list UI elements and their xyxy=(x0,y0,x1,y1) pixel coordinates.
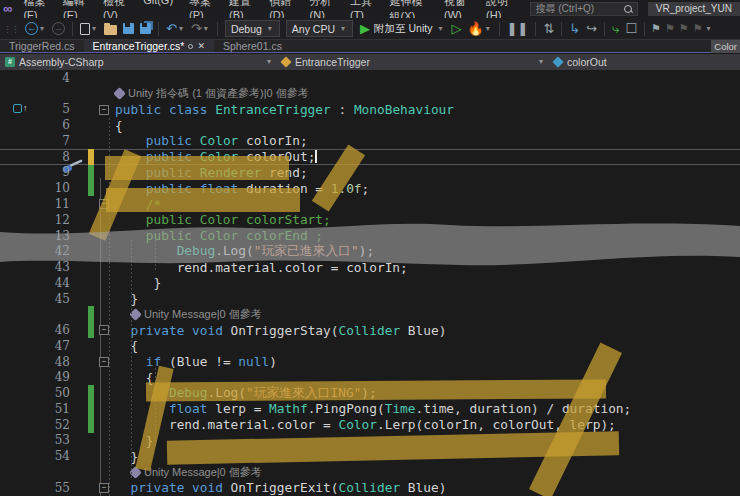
code-text[interactable]: float lerp = Mathf.PingPong(Time.time, d… xyxy=(115,401,740,416)
code-text[interactable]: } xyxy=(115,449,740,464)
code-text[interactable]: } xyxy=(115,433,740,448)
code-line[interactable]: 42 Debug.Log("玩家已進來入口"); xyxy=(0,243,740,259)
code-text[interactable]: } xyxy=(115,291,740,306)
code-text[interactable]: { xyxy=(115,118,740,133)
close-icon[interactable]: ✕ xyxy=(197,42,205,51)
glyph-margin[interactable] xyxy=(0,306,40,322)
code-line[interactable]: 11− /* xyxy=(0,196,740,212)
code-line[interactable]: 53 } xyxy=(0,433,740,449)
code-line[interactable]: 13 public Color colorEnd ; xyxy=(0,228,740,244)
code-line[interactable]: 50 Debug.Log("玩家進來入口ING"); xyxy=(0,385,740,401)
code-text[interactable]: private void OnTriggerExit(Collider Blue… xyxy=(115,480,740,495)
glyph-margin[interactable] xyxy=(0,196,40,212)
glyph-margin[interactable] xyxy=(0,448,40,464)
code-editor[interactable]: 4Unity 指令碼 (1 個資產參考)|0 個參考↑5−public clas… xyxy=(0,70,740,496)
code-text[interactable]: Debug.Log("玩家已進來入口"); xyxy=(115,243,740,260)
code-text[interactable]: public float duration = 1.0f; xyxy=(115,181,740,196)
save-all-button[interactable] xyxy=(137,19,154,39)
code-text[interactable]: public Color colorEnd ; xyxy=(115,228,740,243)
glyph-margin[interactable] xyxy=(0,259,40,275)
undo-button[interactable]: ↶▾ xyxy=(163,19,188,39)
code-line[interactable]: 48− if (Blue != null) xyxy=(0,354,740,370)
step-into-button[interactable]: ↳ xyxy=(566,19,583,39)
code-line[interactable]: 52 rend.material.color = Color.Lerp(colo… xyxy=(0,417,740,433)
glyph-margin[interactable] xyxy=(0,212,40,228)
glyph-margin[interactable]: ↑ xyxy=(0,102,40,118)
redo-button[interactable]: ↷▾ xyxy=(188,19,213,39)
toolbar-grip[interactable]: ⋮⋮ xyxy=(3,24,19,34)
fold-toggle[interactable]: − xyxy=(99,105,109,115)
glyph-margin[interactable] xyxy=(0,338,40,354)
glyph-margin[interactable] xyxy=(0,401,40,417)
glyph-margin[interactable] xyxy=(0,86,40,102)
code-line[interactable]: 6{ xyxy=(0,117,740,133)
toolbar-overflow-caret[interactable]: ▾ xyxy=(707,24,711,33)
code-line[interactable]: 45 } xyxy=(0,291,740,307)
prev-bookmark-button[interactable]: ⚑ xyxy=(665,22,675,35)
hot-reload-button[interactable]: 🔥▾ xyxy=(464,19,494,39)
glyph-margin[interactable] xyxy=(0,480,40,496)
glyph-margin[interactable] xyxy=(0,228,40,244)
glyph-margin[interactable] xyxy=(0,243,40,259)
code-text[interactable]: } xyxy=(115,275,740,290)
codelens-link[interactable]: Unity Message|0 個參考 xyxy=(115,307,740,322)
code-text[interactable]: public Color colorStart; xyxy=(115,212,740,227)
code-line[interactable]: 47 { xyxy=(0,338,740,354)
navigate-to-button[interactable]: ☐ xyxy=(622,19,640,39)
code-text[interactable]: if (Blue != null) xyxy=(115,354,740,369)
code-text[interactable]: /* xyxy=(115,197,740,212)
code-text[interactable]: public class EntranceTrigger : MonoBehav… xyxy=(115,102,740,117)
start-without-debugging-button[interactable]: ▷ xyxy=(448,19,464,39)
codelens-row[interactable]: Unity Message|0 個參考 xyxy=(0,306,740,322)
platform-dropdown[interactable]: Any CPU▾ xyxy=(286,20,353,37)
code-text[interactable]: private void OnTriggerStay(Collider Blue… xyxy=(115,323,740,338)
glyph-margin[interactable] xyxy=(0,354,40,370)
glyph-margin[interactable] xyxy=(0,464,40,480)
codelens-link[interactable]: Unity Message|0 個參考 xyxy=(115,465,740,480)
glyph-margin[interactable] xyxy=(0,117,40,133)
breadcrumb-member-dropdown[interactable]: colorOut xyxy=(548,54,740,71)
find-in-files-button[interactable]: ⤷ xyxy=(609,19,622,39)
code-text[interactable]: { xyxy=(115,338,740,353)
code-line[interactable]: 9 public Renderer rend; xyxy=(0,165,740,181)
glyph-margin[interactable] xyxy=(0,433,40,449)
code-text[interactable]: public Color colorOut; xyxy=(115,149,740,164)
code-line[interactable]: 55− private void OnTriggerExit(Collider … xyxy=(0,480,740,496)
code-line[interactable]: 49 { xyxy=(0,370,740,386)
fold-toggle[interactable]: − xyxy=(99,357,109,367)
glyph-margin[interactable] xyxy=(0,133,40,149)
step-over-button[interactable]: ↪ xyxy=(583,19,600,39)
code-line[interactable]: 10 public float duration = 1.0f; xyxy=(0,180,740,196)
project-name-button[interactable]: VR_project_YUN xyxy=(648,2,740,16)
break-all-button[interactable]: ❚❚ xyxy=(504,19,532,39)
breadcrumb-type-dropdown[interactable]: EntranceTrigger ▾ xyxy=(276,54,548,71)
tab-triggerredcs[interactable]: TriggerRed.cs xyxy=(0,40,84,52)
tab-sphere01cs[interactable]: Sphere01.cs xyxy=(214,40,291,52)
code-line[interactable]: 7 public Color colorIn; xyxy=(0,133,740,149)
fold-toggle[interactable]: − xyxy=(99,325,109,335)
code-line[interactable]: 4 xyxy=(0,70,740,86)
inheritance-indicator-icon[interactable]: ↑ xyxy=(13,104,28,113)
navigate-forward-button[interactable]: → xyxy=(49,19,68,39)
code-text[interactable]: Debug.Log("玩家進來入口ING"); xyxy=(115,385,740,402)
breadcrumb-project-dropdown[interactable]: # Assembly-CSharp ▾ xyxy=(0,54,276,71)
code-line[interactable]: ↑5−public class EntranceTrigger : MonoBe… xyxy=(0,102,740,118)
code-line[interactable]: 54 } xyxy=(0,448,740,464)
glyph-margin[interactable] xyxy=(0,385,40,401)
code-text[interactable]: public Renderer rend; xyxy=(115,165,740,180)
search-input[interactable]: 搜尋 (Ctrl+Q) xyxy=(530,2,637,16)
save-button[interactable] xyxy=(120,19,137,39)
glyph-margin[interactable] xyxy=(0,291,40,307)
glyph-margin[interactable] xyxy=(0,417,40,433)
next-bookmark-button[interactable]: ⚑ xyxy=(679,22,689,35)
pin-icon[interactable] xyxy=(188,44,193,49)
solution-config-dropdown[interactable]: Debug▾ xyxy=(225,20,280,37)
code-text[interactable]: rend.material.color = Color.Lerp(colorIn… xyxy=(115,417,740,432)
glyph-margin[interactable] xyxy=(0,70,40,86)
code-line[interactable]: 12 public Color colorStart; xyxy=(0,212,740,228)
glyph-margin[interactable] xyxy=(0,149,40,165)
tab-entrancetriggercs[interactable]: EntranceTrigger.cs*✕ xyxy=(84,40,214,52)
fold-toggle[interactable]: − xyxy=(99,199,109,209)
code-text[interactable]: rend.material.color = colorIn; xyxy=(115,260,740,275)
glyph-margin[interactable] xyxy=(0,180,40,196)
